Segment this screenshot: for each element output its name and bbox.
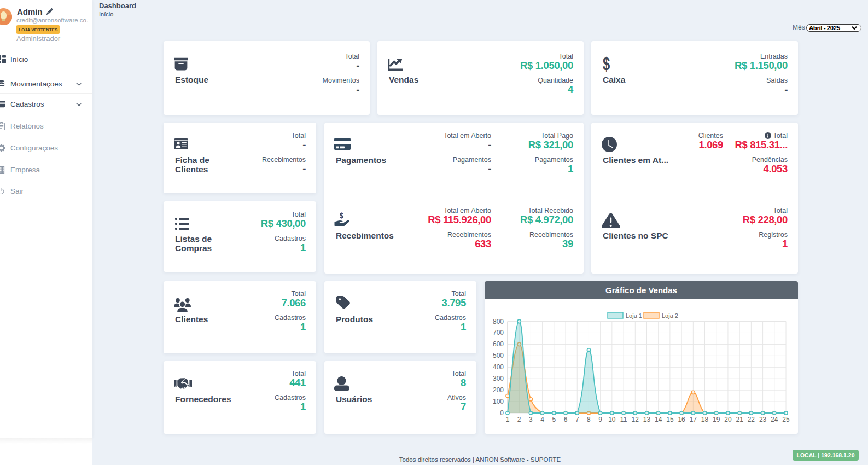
svg-text:24: 24 bbox=[771, 416, 778, 423]
svg-text:4: 4 bbox=[540, 416, 544, 423]
svg-text:500: 500 bbox=[493, 352, 504, 359]
svg-text:300: 300 bbox=[493, 375, 504, 382]
svg-text:13: 13 bbox=[643, 416, 651, 423]
svg-text:10: 10 bbox=[608, 416, 616, 423]
svg-text:21: 21 bbox=[736, 416, 743, 423]
svg-text:5: 5 bbox=[552, 416, 556, 423]
svg-text:22: 22 bbox=[748, 416, 755, 423]
svg-text:700: 700 bbox=[493, 329, 504, 336]
svg-text:1: 1 bbox=[506, 416, 510, 423]
svg-text:18: 18 bbox=[701, 416, 709, 423]
svg-text:200: 200 bbox=[493, 386, 504, 394]
svg-text:400: 400 bbox=[493, 363, 504, 371]
svg-text:3: 3 bbox=[529, 416, 533, 423]
svg-text:9: 9 bbox=[598, 416, 602, 423]
svg-text:17: 17 bbox=[690, 416, 697, 423]
svg-text:25: 25 bbox=[782, 416, 790, 423]
svg-text:23: 23 bbox=[759, 416, 767, 423]
svg-text:15: 15 bbox=[666, 416, 674, 423]
svg-text:Loja 2: Loja 2 bbox=[662, 312, 678, 319]
svg-text:20: 20 bbox=[724, 416, 732, 423]
svg-text:0: 0 bbox=[500, 409, 504, 417]
svg-text:11: 11 bbox=[620, 416, 627, 423]
svg-text:16: 16 bbox=[678, 416, 685, 423]
svg-text:2: 2 bbox=[517, 416, 521, 423]
svg-text:7: 7 bbox=[575, 416, 579, 423]
svg-text:6: 6 bbox=[564, 416, 568, 423]
svg-text:800: 800 bbox=[493, 318, 504, 326]
svg-text:Loja 1: Loja 1 bbox=[626, 312, 642, 319]
svg-text:12: 12 bbox=[632, 416, 639, 423]
svg-text:19: 19 bbox=[713, 416, 720, 423]
svg-text:100: 100 bbox=[493, 398, 504, 405]
svg-text:8: 8 bbox=[587, 416, 591, 423]
svg-text:14: 14 bbox=[655, 416, 662, 423]
svg-text:600: 600 bbox=[493, 340, 504, 348]
